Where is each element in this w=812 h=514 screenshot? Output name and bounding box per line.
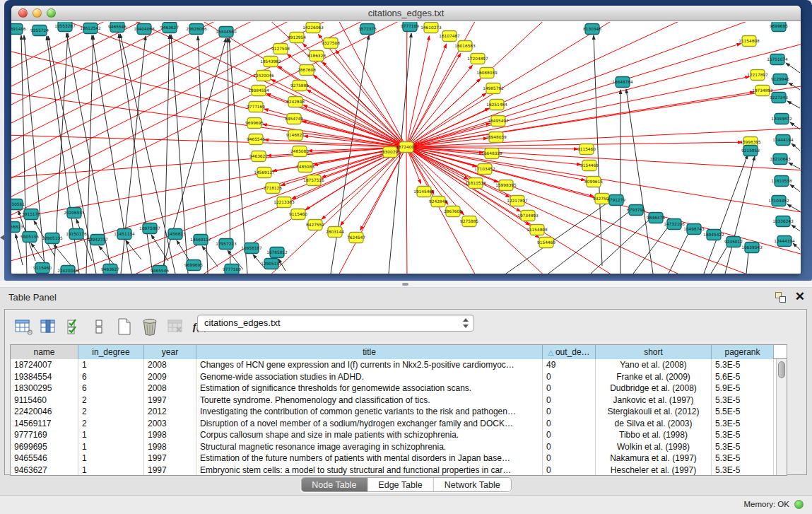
table-selector-dropdown[interactable]: citations_edges.txt <box>197 315 474 332</box>
column-visibility-button[interactable] <box>37 317 59 337</box>
table-row[interactable]: 1830029562008Estimation of significance … <box>11 382 787 395</box>
cell-in_degree[interactable]: 1 <box>78 452 144 465</box>
column-header-in_degree[interactable]: in_degree <box>78 345 144 359</box>
cell-year[interactable]: 2008 <box>144 359 196 371</box>
cell-year[interactable]: 2008 <box>144 382 196 395</box>
cell-title[interactable]: Corpus callosum shape and size in male p… <box>196 429 543 441</box>
minimize-window-button[interactable] <box>33 8 42 18</box>
cell-title[interactable]: Structural magnetic resonance image aver… <box>196 441 543 453</box>
graph-node[interactable]: 9777169 <box>247 102 265 112</box>
cell-pagerank[interactable]: 5.5E-5 <box>712 406 774 418</box>
cell-out_degree[interactable]: 0 <box>543 406 596 418</box>
divider-grip-icon[interactable] <box>402 283 408 286</box>
graph-node[interactable]: 6793794 <box>627 205 645 216</box>
cell-year[interactable]: 1998 <box>144 441 196 453</box>
graph-node[interactable]: 3572375 <box>358 24 377 35</box>
graph-node[interactable]: 14732106 <box>664 219 685 230</box>
column-header-short[interactable]: short <box>596 345 712 359</box>
graph-node[interactable]: 11154808 <box>739 36 760 47</box>
graph-node[interactable]: 7485083 <box>296 162 314 173</box>
tab-network-table[interactable]: Network Table <box>434 478 511 491</box>
graph-node[interactable]: 9699695 <box>184 260 203 271</box>
graph-node[interactable]: 20628086 <box>186 24 207 35</box>
collapsed-panel-arrow-icon[interactable] <box>0 235 4 240</box>
table-row[interactable]: 969969511998Structural magnetic resonanc… <box>11 441 787 453</box>
cell-pagerank[interactable]: 5.3E-5 <box>712 395 774 407</box>
cell-title[interactable]: Embryonic stem cells: a model to study s… <box>196 465 543 477</box>
table-row[interactable]: 2242004622012Investigating the contribut… <box>11 406 787 418</box>
graph-node[interactable]: 12217897 <box>747 70 768 81</box>
graph-node[interactable]: 19404068 <box>134 24 155 35</box>
graph-node[interactable]: 8791279 <box>607 195 625 206</box>
graph-node[interactable]: 7624547 <box>347 233 365 243</box>
cell-name[interactable]: 18724007 <box>11 359 78 371</box>
graph-node[interactable]: 9154469 <box>580 160 599 171</box>
graph-node[interactable]: 19734893 <box>517 211 539 221</box>
graph-node[interactable]: 8912954 <box>288 33 306 43</box>
graph-node[interactable]: 9777169 <box>401 22 419 32</box>
graph-node[interactable]: 9275885 <box>460 216 478 227</box>
close-panel-button[interactable]: ✕ <box>795 289 805 305</box>
graph-node[interactable]: 11456823 <box>165 229 186 240</box>
column-header-out_degree[interactable]: △ out_de… <box>543 345 596 359</box>
cell-in_degree[interactable]: 2 <box>78 418 144 430</box>
cell-out_degree[interactable]: 49 <box>543 359 596 371</box>
graph-node[interactable]: 9463627 <box>160 23 179 33</box>
graph-node[interactable]: 12942737 <box>87 235 108 245</box>
graph-node[interactable]: 12444194 <box>774 236 795 247</box>
cell-pagerank[interactable]: 5.9E-5 <box>712 382 774 395</box>
graph-node[interactable]: 12213383 <box>273 197 295 208</box>
cell-name[interactable]: 9463627 <box>11 465 78 477</box>
cell-out_degree[interactable]: 0 <box>543 395 596 407</box>
cell-short[interactable]: Dudbridge et al. (2008) <box>596 382 712 395</box>
cell-short[interactable]: Jankovic et al. (1997) <box>596 395 712 407</box>
graph-node[interactable]: 9115460 <box>289 209 307 220</box>
cell-name[interactable]: 14569117 <box>11 418 78 430</box>
graph-node[interactable]: 15751074 <box>767 54 788 65</box>
cell-title[interactable]: Tourette syndrome. Phenomenology and cla… <box>196 395 543 407</box>
graph-node[interactable]: 14610273 <box>420 23 442 33</box>
scrollbar-thumb[interactable] <box>778 361 785 378</box>
graph-node[interactable]: 8130346 <box>583 24 601 35</box>
graph-node[interactable]: 22420046 <box>253 71 274 81</box>
graph-node[interactable]: 12905135 <box>42 233 63 244</box>
cell-in_degree[interactable]: 2 <box>78 395 144 407</box>
close-window-button[interactable] <box>18 8 28 18</box>
cell-title[interactable]: Genome-wide association studies in ADHD. <box>196 371 543 383</box>
cell-name[interactable]: 9465546 <box>11 452 78 465</box>
table-row[interactable]: 1456911722003Disruption of a novel membe… <box>11 418 787 430</box>
cell-pagerank[interactable]: 5.3E-5 <box>712 441 774 453</box>
graph-node[interactable]: 9463627 <box>249 151 268 162</box>
graph-node[interactable]: 9275885 <box>290 81 309 91</box>
cell-short[interactable]: Wolkin et al. (1998) <box>596 441 712 453</box>
graph-node[interactable]: 9242848 <box>286 97 305 107</box>
graph-node[interactable]: 19145468 <box>413 187 435 197</box>
cell-year[interactable]: 1997 <box>144 465 196 477</box>
cell-pagerank[interactable]: 5.6E-5 <box>712 371 774 383</box>
graph-node[interactable]: 16107487 <box>439 31 460 42</box>
network-window[interactable]: citations_edges.txt 14226063891295491275… <box>11 6 801 274</box>
graph-node[interactable]: 9227343 <box>770 93 788 103</box>
column-header-pagerank[interactable]: pagerank <box>712 345 774 359</box>
graph-node[interactable]: 8350561 <box>11 199 25 210</box>
graph-node[interactable]: 20691406 <box>11 24 26 35</box>
cell-short[interactable]: Yano et al. (2008) <box>596 359 712 371</box>
graph-node[interactable]: 14569117 <box>190 235 211 245</box>
graph-node[interactable]: 9355724 <box>30 25 49 36</box>
graph-node[interactable]: 10336243 <box>772 216 794 227</box>
zoom-window-button[interactable] <box>47 8 56 18</box>
graph-node[interactable]: 9465546 <box>151 266 169 274</box>
graph-node[interactable]: 19150176 <box>66 229 87 240</box>
graph-node[interactable]: 2867608 <box>444 206 462 217</box>
graph-node[interactable]: 9245012 <box>724 237 743 247</box>
graph-node[interactable]: 16785812 <box>266 247 288 258</box>
graph-node[interactable]: 9115460 <box>33 263 52 274</box>
cell-title[interactable]: Estimation of significance thresholds fo… <box>196 382 543 395</box>
graph-node[interactable]: 15998395 <box>495 180 517 191</box>
graph-node[interactable]: 9146821 <box>286 130 305 141</box>
cell-in_degree[interactable]: 1 <box>78 359 144 371</box>
graph-node[interactable]: 12444194 <box>772 135 794 146</box>
graph-node[interactable]: 20206535 <box>64 208 85 218</box>
graph-node[interactable]: 11810538 <box>771 176 792 187</box>
graph-node[interactable]: 9327508 <box>322 38 340 49</box>
